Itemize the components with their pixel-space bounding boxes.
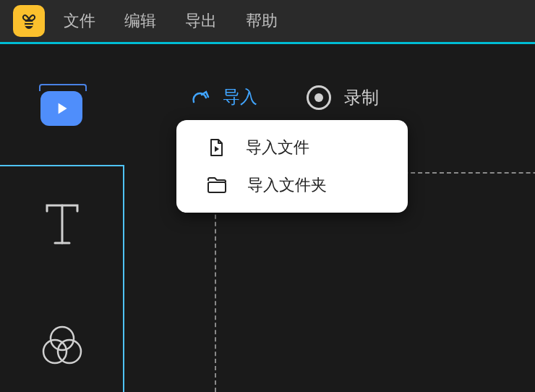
svg-rect-4: [208, 182, 226, 192]
play-icon: [52, 99, 71, 118]
menubar-separator: [0, 42, 535, 44]
svg-point-0: [25, 19, 33, 29]
import-action[interactable]: 导入: [188, 85, 257, 108]
record-label: 录制: [344, 86, 379, 109]
sidebar-text-button[interactable]: [40, 201, 84, 247]
record-icon: [307, 85, 331, 110]
menu-help[interactable]: 帮助: [246, 10, 278, 32]
import-folder-label: 导入文件夹: [247, 174, 327, 196]
import-file-item[interactable]: 导入文件: [176, 129, 408, 166]
import-dropdown: 导入文件 导入文件夹: [176, 120, 408, 213]
venn-icon: [40, 325, 84, 366]
import-label: 导入: [223, 85, 257, 108]
app-logo[interactable]: [13, 5, 45, 37]
sidebar-overlay-button[interactable]: [40, 325, 84, 366]
menu-bar: 文件 编辑 导出 帮助: [0, 0, 535, 42]
menu-file[interactable]: 文件: [64, 10, 95, 32]
import-folder-item[interactable]: 导入文件夹: [176, 166, 408, 204]
text-icon: [43, 201, 82, 247]
file-play-icon: [207, 138, 226, 157]
import-file-label: 导入文件: [246, 137, 309, 158]
cloud-import-icon: [188, 86, 210, 108]
sidebar-media-button[interactable]: [40, 91, 82, 126]
menu-export[interactable]: 导出: [185, 10, 217, 32]
record-action[interactable]: 录制: [307, 85, 379, 110]
svg-point-2: [43, 340, 67, 363]
folder-icon: [207, 176, 227, 194]
svg-point-3: [58, 340, 81, 363]
svg-point-1: [51, 327, 74, 350]
bee-icon: [18, 10, 40, 32]
menu-edit[interactable]: 编辑: [124, 10, 156, 32]
